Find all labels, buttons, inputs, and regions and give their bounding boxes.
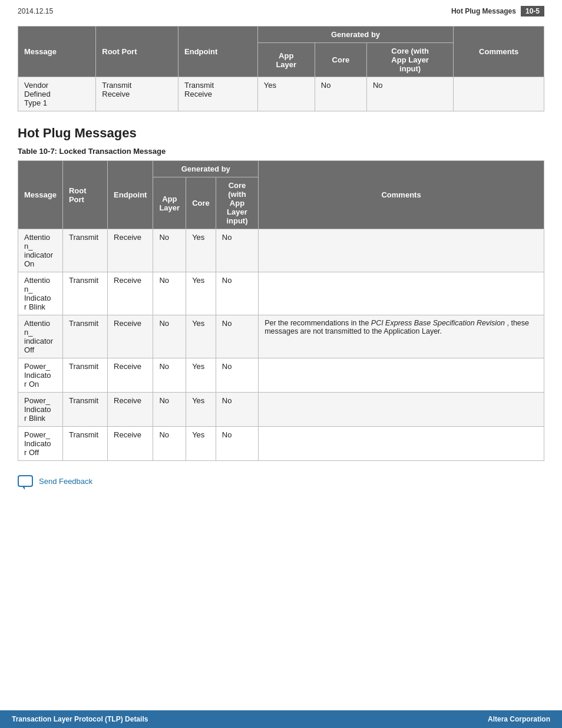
send-feedback-button[interactable]: Send Feedback <box>18 475 544 487</box>
footer-left: Transaction Layer Protocol (TLP) Details <box>12 715 148 723</box>
cell-root-port: Transmit <box>62 358 107 393</box>
cell-core: Yes <box>186 272 216 315</box>
header-page-num: 10-5 <box>521 6 544 17</box>
col-core: Core <box>315 43 366 77</box>
col-root-port: Root Port <box>96 27 178 77</box>
cell-app-layer: No <box>153 229 186 272</box>
cell-root-port: Transmit <box>62 272 107 315</box>
t2-col-root-port: Root Port <box>62 161 107 229</box>
page-header: 2014.12.15 Hot Plug Messages 10-5 <box>0 0 562 20</box>
cell-endpoint: Receive <box>108 427 153 461</box>
cell-app-layer: No <box>153 315 186 358</box>
col-core-with: Core (withApp Layerinput) <box>366 43 453 77</box>
header-date: 2014.12.15 <box>18 7 53 15</box>
cell-app-layer: No <box>153 427 186 461</box>
t2-col-core-with: Core (withApp Layerinput) <box>216 177 258 229</box>
cell-endpoint: Receive <box>108 358 153 393</box>
cell-message: VendorDefinedType 1 <box>18 77 96 111</box>
cell-root-port: Transmit <box>62 427 107 461</box>
footer-right: Altera Corporation <box>488 715 550 723</box>
table-row: VendorDefinedType 1 TransmitReceive Tran… <box>18 77 544 111</box>
cell-app-layer: No <box>153 272 186 315</box>
cell-message: Power_Indicator Blink <box>18 393 63 427</box>
t2-col-message: Message <box>18 161 63 229</box>
cell-core-with: No <box>216 427 258 461</box>
col-generated-by: Generated by <box>257 27 454 43</box>
cell-message: Attention_indicatorOn <box>18 229 63 272</box>
cell-app-layer: Yes <box>257 77 315 111</box>
cell-endpoint: Receive <box>108 272 153 315</box>
cell-app-layer: No <box>153 358 186 393</box>
cell-endpoint: Receive <box>108 315 153 358</box>
cell-core-with: No <box>366 77 453 111</box>
cell-comments: Per the recommendations in the PCI Expre… <box>259 315 544 358</box>
cell-comments <box>259 358 544 393</box>
cell-endpoint: Receive <box>108 229 153 272</box>
page-footer: Transaction Layer Protocol (TLP) Details… <box>0 710 562 728</box>
table-row: Power_Indicator Off Transmit Receive No … <box>18 427 544 461</box>
col-endpoint: Endpoint <box>178 27 258 77</box>
col-comments: Comments <box>454 27 544 77</box>
cell-core: Yes <box>186 427 216 461</box>
cell-root-port: Transmit <box>62 315 107 358</box>
col-message: Message <box>18 27 96 77</box>
cell-endpoint: TransmitReceive <box>178 77 258 111</box>
cell-message: Attention_Indicator Blink <box>18 272 63 315</box>
cell-comments <box>454 77 544 111</box>
main-content: Message Root Port Endpoint Generated by … <box>0 20 562 522</box>
cell-core-with: No <box>216 315 258 358</box>
cell-message: Attention_indicatorOff <box>18 315 63 358</box>
t2-col-core: Core <box>186 177 216 229</box>
cell-comments <box>259 393 544 427</box>
cell-endpoint: Receive <box>108 393 153 427</box>
cell-core: Yes <box>186 358 216 393</box>
table-2: Message Root Port Endpoint Generated by … <box>18 160 544 461</box>
cell-comments <box>259 272 544 315</box>
feedback-label: Send Feedback <box>39 477 92 486</box>
t2-col-app-layer: AppLayer <box>153 177 186 229</box>
cell-core: Yes <box>186 393 216 427</box>
cell-core-with: No <box>216 358 258 393</box>
header-section: Hot Plug Messages <box>451 7 516 15</box>
cell-comments <box>259 427 544 461</box>
t2-col-generated-by: Generated by <box>153 161 259 177</box>
cell-core-with: No <box>216 272 258 315</box>
table-1: Message Root Port Endpoint Generated by … <box>18 26 544 111</box>
cell-message: Power_Indicator On <box>18 358 63 393</box>
cell-root-port: TransmitReceive <box>96 77 178 111</box>
table-row: Attention_Indicator Blink Transmit Recei… <box>18 272 544 315</box>
cell-core: Yes <box>186 229 216 272</box>
table-row: Power_Indicator Blink Transmit Receive N… <box>18 393 544 427</box>
header-right: Hot Plug Messages 10-5 <box>451 6 544 17</box>
col-app-layer: AppLayer <box>257 43 315 77</box>
section-title: Hot Plug Messages <box>18 126 544 141</box>
cell-core: Yes <box>186 315 216 358</box>
cell-core-with: No <box>216 229 258 272</box>
t2-col-endpoint: Endpoint <box>108 161 153 229</box>
cell-core: No <box>315 77 366 111</box>
cell-root-port: Transmit <box>62 393 107 427</box>
cell-message: Power_Indicator Off <box>18 427 63 461</box>
cell-comments <box>259 229 544 272</box>
t2-col-comments: Comments <box>259 161 544 229</box>
feedback-icon <box>18 475 33 487</box>
cell-app-layer: No <box>153 393 186 427</box>
cell-core-with: No <box>216 393 258 427</box>
table-row: Power_Indicator On Transmit Receive No Y… <box>18 358 544 393</box>
table-row: Attention_indicatorOn Transmit Receive N… <box>18 229 544 272</box>
cell-root-port: Transmit <box>62 229 107 272</box>
table2-caption: Table 10-7: Locked Transaction Message <box>18 147 544 156</box>
table-row: Attention_indicatorOff Transmit Receive … <box>18 315 544 358</box>
